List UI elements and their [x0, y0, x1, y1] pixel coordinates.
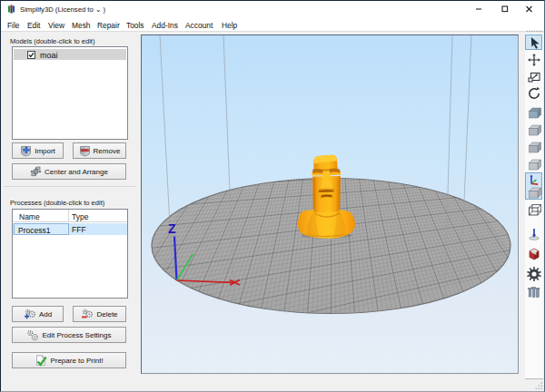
svg-text:Z: Z — [168, 221, 176, 236]
